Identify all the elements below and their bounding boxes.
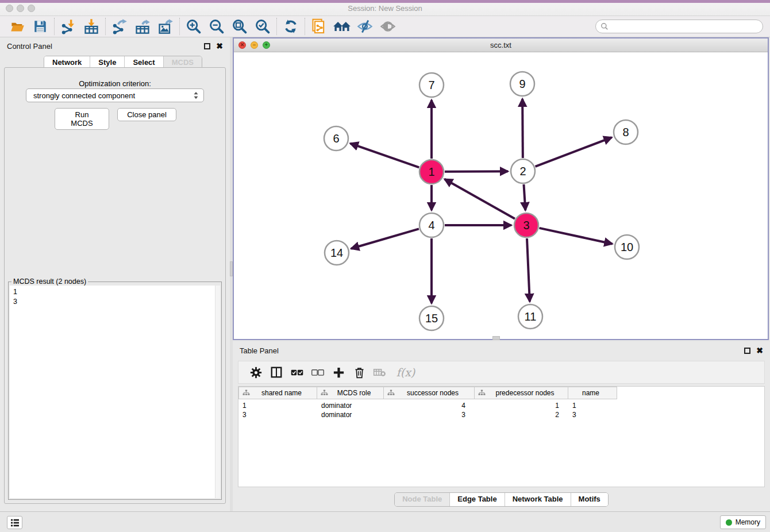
table-cell[interactable]: 3 bbox=[568, 411, 617, 419]
tab-edge-table[interactable]: Edge Table bbox=[450, 493, 505, 506]
result-scrollbar[interactable] bbox=[215, 286, 220, 498]
table-row[interactable]: 3dominator323 bbox=[238, 410, 764, 419]
optimization-criterion-dropdown[interactable]: strongly connected component bbox=[26, 88, 204, 102]
table-cell[interactable]: 3 bbox=[384, 411, 475, 419]
hide-selected-icon[interactable] bbox=[353, 17, 376, 36]
network-window-titlebar[interactable]: ✕ − + scc.txt bbox=[234, 38, 768, 52]
export-network-icon[interactable] bbox=[108, 17, 131, 36]
add-row-icon[interactable] bbox=[328, 363, 349, 381]
node-label-8: 8 bbox=[622, 126, 629, 138]
edge-2-3[interactable] bbox=[523, 184, 525, 210]
edge-3-1[interactable] bbox=[445, 179, 515, 219]
control-panel-title: Control Panel bbox=[7, 42, 204, 51]
edge-1-6[interactable] bbox=[351, 144, 419, 168]
show-all-icon bbox=[376, 17, 399, 36]
float-table-panel-icon[interactable] bbox=[744, 348, 750, 354]
close-table-panel-icon[interactable]: ✖ bbox=[756, 346, 763, 354]
network-graph[interactable]: 7968124314101511 bbox=[234, 52, 768, 340]
node-label-7: 7 bbox=[428, 79, 434, 91]
table-body: 1dominator4113dominator323 bbox=[238, 399, 764, 419]
node-label-9: 9 bbox=[519, 78, 525, 90]
column-header-MCDS-role[interactable]: MCDS role bbox=[317, 387, 384, 399]
node-label-1: 1 bbox=[428, 165, 434, 178]
zoom-selected-icon[interactable] bbox=[251, 17, 274, 36]
chevron-updown-icon bbox=[193, 91, 199, 99]
toggle-columns-icon[interactable] bbox=[266, 363, 287, 381]
column-header-name[interactable]: name bbox=[568, 387, 617, 399]
node-table: shared nameMCDS rolesuccessor nodesprede… bbox=[238, 386, 765, 487]
table-header-row: shared nameMCDS rolesuccessor nodesprede… bbox=[238, 387, 764, 399]
refresh-icon[interactable] bbox=[279, 17, 302, 36]
table-panel: Table Panel ✖ bbox=[233, 342, 770, 511]
table-cell[interactable]: 1 bbox=[238, 402, 317, 410]
node-label-10: 10 bbox=[621, 241, 633, 253]
save-session-icon[interactable] bbox=[29, 17, 52, 36]
settings-gear-icon[interactable] bbox=[245, 363, 266, 381]
export-image-icon[interactable] bbox=[154, 17, 177, 36]
edge-1-2[interactable] bbox=[445, 171, 508, 172]
table-cell[interactable]: 4 bbox=[384, 402, 475, 410]
column-header-shared-name[interactable]: shared name bbox=[238, 387, 317, 399]
table-cell[interactable]: 3 bbox=[238, 411, 317, 419]
network-resize-handle[interactable] bbox=[492, 336, 500, 340]
run-mcds-button[interactable]: Run MCDS bbox=[55, 108, 109, 130]
mcds-result-title: MCDS result (2 nodes) bbox=[11, 277, 88, 286]
table-cell[interactable]: dominator bbox=[317, 402, 384, 410]
table-cell[interactable]: 1 bbox=[475, 402, 568, 410]
toolbar-separator bbox=[305, 18, 305, 35]
network-window: ✕ − + scc.txt 7968124314101511 bbox=[233, 37, 769, 340]
delete-row-icon[interactable] bbox=[349, 363, 369, 381]
search-input[interactable] bbox=[609, 22, 763, 30]
delete-table-icon bbox=[369, 363, 390, 381]
import-network-icon[interactable] bbox=[57, 17, 80, 36]
close-panel-button[interactable]: Close panel bbox=[117, 108, 176, 121]
edge-3-11[interactable] bbox=[527, 238, 530, 302]
table-toolbar: f(x) bbox=[238, 361, 765, 384]
edge-2-8[interactable] bbox=[536, 137, 612, 167]
zoom-in-icon[interactable] bbox=[182, 17, 205, 36]
optimization-criterion-label: Optimization criterion: bbox=[5, 79, 225, 88]
network-window-title: scc.txt bbox=[234, 41, 768, 49]
memory-button[interactable]: Memory bbox=[720, 515, 766, 529]
toolbar-separator bbox=[179, 18, 180, 35]
tab-motifs[interactable]: Motifs bbox=[571, 493, 608, 506]
memory-label: Memory bbox=[736, 518, 760, 526]
home-icon[interactable] bbox=[330, 17, 353, 36]
clone-network-icon[interactable] bbox=[307, 17, 330, 36]
table-cell[interactable]: 1 bbox=[568, 402, 617, 410]
table-cell[interactable]: 2 bbox=[475, 411, 568, 419]
float-panel-icon[interactable] bbox=[204, 43, 210, 49]
toolbar-separator bbox=[276, 18, 277, 35]
close-panel-icon[interactable]: ✖ bbox=[216, 42, 223, 50]
edge-2-9[interactable] bbox=[522, 99, 523, 158]
select-all-icon[interactable] bbox=[287, 363, 307, 381]
tab-network-table[interactable]: Network Table bbox=[505, 493, 571, 506]
edge-4-14[interactable] bbox=[351, 229, 419, 248]
deselect-all-icon[interactable] bbox=[307, 363, 328, 381]
tab-node-table[interactable]: Node Table bbox=[395, 493, 450, 506]
app-titlebar: Session: New Session bbox=[0, 0, 770, 16]
zoom-out-icon[interactable] bbox=[205, 17, 228, 36]
dropdown-value: strongly connected component bbox=[33, 91, 135, 100]
memory-status-icon bbox=[726, 519, 732, 526]
zoom-fit-icon[interactable] bbox=[228, 17, 251, 36]
edge-3-10[interactable] bbox=[539, 228, 612, 244]
mcds-result-list[interactable]: 1 3 bbox=[10, 286, 220, 498]
search-box[interactable] bbox=[595, 20, 763, 33]
list-icon bbox=[10, 519, 20, 527]
table-panel-tabs: Node Table Edge Table Network Table Moti… bbox=[394, 492, 609, 507]
network-view[interactable]: 7968124314101511 bbox=[234, 52, 768, 339]
titlebar-accent bbox=[0, 0, 770, 3]
open-session-icon[interactable] bbox=[6, 17, 29, 36]
table-row[interactable]: 1dominator411 bbox=[238, 401, 764, 410]
export-table-icon[interactable] bbox=[131, 17, 154, 36]
column-header-successor-nodes[interactable]: successor nodes bbox=[384, 387, 475, 399]
node-label-15: 15 bbox=[425, 312, 438, 325]
column-header-predecessor-nodes[interactable]: predecessor nodes bbox=[475, 387, 568, 399]
task-history-button[interactable] bbox=[7, 516, 22, 529]
search-icon bbox=[600, 22, 609, 30]
import-table-icon[interactable] bbox=[80, 17, 103, 36]
node-label-3: 3 bbox=[523, 219, 529, 232]
table-cell[interactable]: dominator bbox=[317, 411, 384, 419]
toolbar-separator bbox=[105, 18, 106, 35]
